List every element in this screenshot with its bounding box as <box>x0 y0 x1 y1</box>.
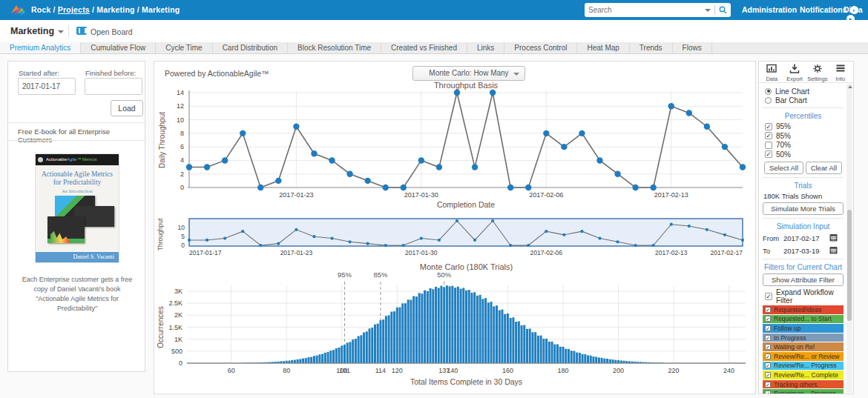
radio-icon[interactable] <box>765 97 772 104</box>
trials-shown-label: 180K Trials Shown <box>763 192 844 200</box>
svg-text:12: 12 <box>177 102 184 110</box>
svg-text:0: 0 <box>179 359 183 367</box>
checkbox-icon[interactable] <box>765 142 772 149</box>
svg-text:180: 180 <box>557 367 568 374</box>
percentile-label: 50% <box>776 150 791 159</box>
load-button[interactable]: Load <box>111 100 143 116</box>
checkbox-icon[interactable]: ✓ <box>765 307 771 313</box>
finished-before-input[interactable] <box>85 78 142 95</box>
tab-flows[interactable]: Flows <box>673 42 712 53</box>
ebook-title: Actionable Agile Metrics for Predictabil… <box>39 170 116 187</box>
chart-type-label: Bar Chart <box>775 96 807 105</box>
ebook-cover: ActionableAgile™ Metrics Actionable Agil… <box>36 154 119 262</box>
throughput-line-chart: 024681012142017-01-232017-01-302017-02-0… <box>156 80 754 210</box>
range-selection-box[interactable] <box>189 219 743 246</box>
app-logo-icon[interactable] <box>10 4 26 16</box>
checkbox-icon[interactable]: ✓ <box>765 325 771 331</box>
breadcrumb-root[interactable]: Rock / <box>31 5 56 14</box>
tab-cumulative-flow[interactable]: Cumulative Flow <box>81 42 156 53</box>
scrollbar-up-arrow-icon[interactable] <box>848 85 852 88</box>
powered-by-label: Powered by ActionableAgile™ <box>165 69 269 78</box>
workflow-filter-requested-ideas[interactable]: ✓Requested/Ideas <box>763 305 844 314</box>
checkbox-icon[interactable]: ✓ <box>765 362 771 368</box>
breadcrumb-projects-link[interactable]: Projects <box>58 5 90 14</box>
percentile-buttons: Select AllClear All <box>764 162 842 174</box>
svg-text:240: 240 <box>723 367 734 374</box>
percentile-option-50[interactable]: ✓50% <box>763 150 844 159</box>
search-input[interactable] <box>588 6 705 14</box>
checkbox-icon[interactable]: ✓ <box>765 335 771 341</box>
svg-text:2017-01-17: 2017-01-17 <box>189 249 222 256</box>
svg-text:2K: 2K <box>174 311 183 319</box>
chart-type-option-line-chart[interactable]: Line Chart <box>763 87 844 96</box>
export-button[interactable]: Export <box>783 63 806 82</box>
sidebar-scrollbar[interactable] <box>846 84 852 393</box>
checkbox-icon[interactable]: ✓ <box>765 354 771 359</box>
svg-text:5: 5 <box>181 233 185 240</box>
svg-text:500: 500 <box>171 348 183 355</box>
expand-workflow-filter-toggle[interactable]: ✓Expand Workflow Filter <box>763 288 844 305</box>
checkbox-icon[interactable]: ✓ <box>765 132 772 139</box>
workflow-filter-follow-up[interactable]: ✓Follow up <box>763 324 844 333</box>
tab-card-distribution[interactable]: Card Distribution <box>213 42 288 53</box>
workflow-filter-review-re-or-review[interactable]: ✓Review/Re... or Review <box>763 352 844 361</box>
chart-type-dropdown[interactable]: Monte Carlo: How Many <box>412 66 525 81</box>
checkbox-icon[interactable]: ✓ <box>765 372 771 378</box>
svg-text:2017-01-23: 2017-01-23 <box>280 249 313 256</box>
workflow-filter-experimen-progress[interactable]: ✓Experimen... Progress <box>763 389 844 394</box>
breadcrumb-path[interactable]: / Marketing / Marketing <box>92 5 180 14</box>
administration-link[interactable]: Administration <box>742 5 797 14</box>
radio-icon[interactable] <box>765 88 772 95</box>
checkbox-icon[interactable]: ✓ <box>765 150 772 158</box>
tab-heat-map[interactable]: Heat Map <box>577 42 629 53</box>
started-after-input[interactable] <box>18 78 76 95</box>
simulation-to-value[interactable]: 2017-03-19 <box>783 247 829 255</box>
board-selector-caret-icon[interactable] <box>58 30 64 33</box>
checkbox-icon[interactable]: ✓ <box>765 391 771 394</box>
tab-process-control[interactable]: Process Control <box>504 42 577 53</box>
tab-links[interactable]: Links <box>467 42 504 53</box>
clear-all-button[interactable]: Clear All <box>806 162 842 174</box>
monte-carlo-histogram: 05001K1.5K2K2.5K3K95%10185%11450%1376080… <box>156 259 754 393</box>
show-attribute-filter-button[interactable]: Show Attribute Filter <box>763 273 844 286</box>
percentile-option-85[interactable]: ✓85% <box>763 132 844 140</box>
workflow-filter-label: Follow up <box>774 325 800 332</box>
board-selector[interactable]: Marketing <box>10 26 54 36</box>
tab-premium-analytics[interactable]: Premium Analytics <box>0 42 81 53</box>
checkbox-icon[interactable]: ✓ <box>765 293 772 300</box>
svg-text:114: 114 <box>375 367 386 374</box>
workflow-filter-in-progress[interactable]: ✓In Progress <box>763 334 844 342</box>
workflow-filter-label: Review/Re... Progress <box>774 362 837 369</box>
tab-block-resolution-time[interactable]: Block Resolution Time <box>288 42 381 53</box>
checkbox-icon[interactable]: ✓ <box>765 382 771 388</box>
search-scope-caret-icon[interactable] <box>705 9 711 12</box>
workflow-filter-waiting-on-rel[interactable]: ✓Waiting on Rel <box>763 342 844 351</box>
tab-created-vs-finished[interactable]: Created vs Finished <box>381 42 467 53</box>
select-all-button[interactable]: Select All <box>764 162 803 174</box>
info-button[interactable]: Info <box>829 63 852 82</box>
scrollbar-thumb[interactable] <box>847 210 852 321</box>
percentile-option-70[interactable]: 70% <box>763 141 844 149</box>
calendar-icon[interactable] <box>829 233 838 243</box>
workflow-filter-requested-to-start[interactable]: ✓Requested... to Start <box>763 315 844 324</box>
workflow-filter-tracking-others-[interactable]: ✓Tracking others. <box>763 380 844 389</box>
workflow-filter-review-re-progress[interactable]: ✓Review/Re... Progress <box>763 362 844 371</box>
checkbox-icon[interactable]: ✓ <box>765 344 771 350</box>
workflow-filter-review-re-complete[interactable]: ✓Review/Re... Complete <box>763 371 844 379</box>
chart-type-option-bar-chart[interactable]: Bar Chart <box>763 96 844 105</box>
simulation-from-value[interactable]: 2017-02-17 <box>783 234 829 242</box>
throughput-range-selector[interactable]: 05102017-01-172017-01-232017-01-302017-0… <box>156 210 754 258</box>
simulate-more-trials-button[interactable]: Simulate More Trials <box>763 202 844 215</box>
settings-button[interactable]: Settings <box>806 63 829 82</box>
board-icon[interactable] <box>76 27 87 35</box>
percentile-option-95[interactable]: ✓95% <box>763 122 844 130</box>
checkbox-icon[interactable]: ✓ <box>765 316 771 322</box>
data-button[interactable]: Data <box>760 63 783 82</box>
search-icon[interactable] <box>719 6 727 14</box>
checkbox-icon[interactable]: ✓ <box>765 123 772 130</box>
tab-cycle-time[interactable]: Cycle Time <box>156 42 212 53</box>
calendar-icon[interactable] <box>829 246 838 256</box>
simulation-from-label: From <box>763 234 783 242</box>
tab-trends[interactable]: Trends <box>630 42 673 53</box>
open-board-link[interactable]: Open Board <box>91 27 133 36</box>
